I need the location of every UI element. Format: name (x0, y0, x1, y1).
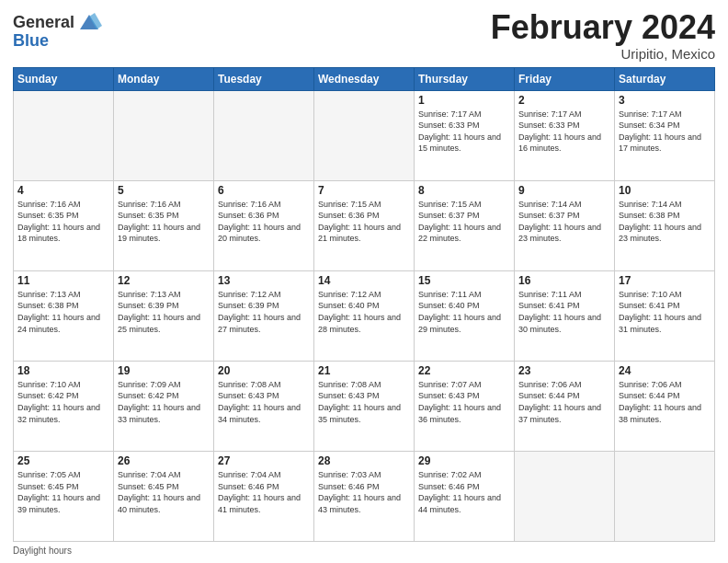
calendar-cell: 16Sunrise: 7:11 AM Sunset: 6:41 PM Dayli… (515, 270, 615, 361)
calendar-header-wednesday: Wednesday (314, 67, 415, 90)
calendar-cell: 8Sunrise: 7:15 AM Sunset: 6:37 PM Daylig… (415, 180, 515, 270)
calendar-cell: 28Sunrise: 7:03 AM Sunset: 6:46 PM Dayli… (314, 451, 415, 541)
calendar-cell: 19Sunrise: 7:09 AM Sunset: 6:42 PM Dayli… (114, 361, 214, 451)
day-number: 14 (318, 274, 410, 287)
day-info: Sunrise: 7:13 AM Sunset: 6:39 PM Dayligh… (118, 289, 210, 335)
day-number: 23 (518, 364, 610, 377)
day-number: 5 (118, 184, 210, 197)
day-number: 13 (218, 274, 310, 287)
calendar-cell: 29Sunrise: 7:02 AM Sunset: 6:46 PM Dayli… (415, 451, 515, 541)
calendar-cell: 23Sunrise: 7:06 AM Sunset: 6:44 PM Dayli… (515, 361, 615, 451)
calendar-cell (14, 90, 114, 180)
calendar-week-4: 25Sunrise: 7:05 AM Sunset: 6:45 PM Dayli… (14, 451, 715, 541)
day-info: Sunrise: 7:10 AM Sunset: 6:42 PM Dayligh… (17, 379, 109, 425)
day-number: 11 (17, 274, 109, 287)
day-number: 18 (17, 364, 109, 377)
subtitle: Uripitio, Mexico (491, 46, 715, 62)
calendar-cell: 24Sunrise: 7:06 AM Sunset: 6:44 PM Dayli… (615, 361, 715, 451)
day-info: Sunrise: 7:02 AM Sunset: 6:46 PM Dayligh… (418, 469, 510, 515)
day-info: Sunrise: 7:11 AM Sunset: 6:40 PM Dayligh… (418, 289, 510, 335)
calendar-cell: 10Sunrise: 7:14 AM Sunset: 6:38 PM Dayli… (615, 180, 715, 270)
footer-row: Daylight hours (13, 546, 715, 556)
calendar-cell: 15Sunrise: 7:11 AM Sunset: 6:40 PM Dayli… (415, 270, 515, 361)
day-info: Sunrise: 7:17 AM Sunset: 6:33 PM Dayligh… (418, 109, 510, 155)
calendar-week-1: 4Sunrise: 7:16 AM Sunset: 6:35 PM Daylig… (14, 180, 715, 270)
title-block: February 2024 Uripitio, Mexico (491, 9, 715, 62)
calendar-cell (114, 90, 214, 180)
logo-general-text: General (13, 13, 74, 32)
day-number: 8 (418, 184, 510, 197)
day-number: 29 (418, 454, 510, 467)
calendar-cell (615, 451, 715, 541)
month-title: February 2024 (491, 9, 715, 46)
day-info: Sunrise: 7:16 AM Sunset: 6:35 PM Dayligh… (17, 199, 109, 245)
calendar-cell: 5Sunrise: 7:16 AM Sunset: 6:35 PM Daylig… (114, 180, 214, 270)
day-info: Sunrise: 7:05 AM Sunset: 6:45 PM Dayligh… (17, 469, 109, 515)
day-info: Sunrise: 7:04 AM Sunset: 6:45 PM Dayligh… (118, 469, 210, 515)
day-number: 4 (17, 184, 109, 197)
day-info: Sunrise: 7:17 AM Sunset: 6:34 PM Dayligh… (619, 109, 711, 155)
day-info: Sunrise: 7:17 AM Sunset: 6:33 PM Dayligh… (518, 109, 610, 155)
calendar-cell: 18Sunrise: 7:10 AM Sunset: 6:42 PM Dayli… (14, 361, 114, 451)
calendar-header-saturday: Saturday (615, 67, 715, 90)
calendar-header-thursday: Thursday (415, 67, 515, 90)
day-info: Sunrise: 7:10 AM Sunset: 6:41 PM Dayligh… (619, 289, 711, 335)
day-info: Sunrise: 7:16 AM Sunset: 6:36 PM Dayligh… (218, 199, 310, 245)
day-number: 10 (619, 184, 711, 197)
day-info: Sunrise: 7:15 AM Sunset: 6:37 PM Dayligh… (418, 199, 510, 245)
day-number: 16 (518, 274, 610, 287)
day-info: Sunrise: 7:03 AM Sunset: 6:46 PM Dayligh… (318, 469, 410, 515)
calendar-week-2: 11Sunrise: 7:13 AM Sunset: 6:38 PM Dayli… (14, 270, 715, 361)
calendar-cell: 9Sunrise: 7:14 AM Sunset: 6:37 PM Daylig… (515, 180, 615, 270)
day-info: Sunrise: 7:15 AM Sunset: 6:36 PM Dayligh… (318, 199, 410, 245)
day-number: 20 (218, 364, 310, 377)
calendar-cell (314, 90, 415, 180)
calendar-cell (515, 451, 615, 541)
day-info: Sunrise: 7:14 AM Sunset: 6:37 PM Dayligh… (518, 199, 610, 245)
calendar-cell: 21Sunrise: 7:08 AM Sunset: 6:43 PM Dayli… (314, 361, 415, 451)
day-info: Sunrise: 7:04 AM Sunset: 6:46 PM Dayligh… (218, 469, 310, 515)
calendar-week-3: 18Sunrise: 7:10 AM Sunset: 6:42 PM Dayli… (14, 361, 715, 451)
calendar-cell (214, 90, 314, 180)
day-number: 3 (619, 94, 711, 107)
day-number: 9 (518, 184, 610, 197)
calendar-cell: 3Sunrise: 7:17 AM Sunset: 6:34 PM Daylig… (615, 90, 715, 180)
calendar-table: SundayMondayTuesdayWednesdayThursdayFrid… (13, 67, 715, 542)
calendar-cell: 14Sunrise: 7:12 AM Sunset: 6:40 PM Dayli… (314, 270, 415, 361)
calendar-cell: 13Sunrise: 7:12 AM Sunset: 6:39 PM Dayli… (214, 270, 314, 361)
calendar-cell: 20Sunrise: 7:08 AM Sunset: 6:43 PM Dayli… (214, 361, 314, 451)
day-info: Sunrise: 7:08 AM Sunset: 6:43 PM Dayligh… (318, 379, 410, 425)
logo-icon (76, 9, 102, 35)
day-info: Sunrise: 7:13 AM Sunset: 6:38 PM Dayligh… (17, 289, 109, 335)
calendar-cell: 17Sunrise: 7:10 AM Sunset: 6:41 PM Dayli… (615, 270, 715, 361)
day-info: Sunrise: 7:14 AM Sunset: 6:38 PM Dayligh… (619, 199, 711, 245)
day-info: Sunrise: 7:06 AM Sunset: 6:44 PM Dayligh… (619, 379, 711, 425)
logo-blue-text: Blue (13, 31, 49, 51)
calendar-cell: 25Sunrise: 7:05 AM Sunset: 6:45 PM Dayli… (14, 451, 114, 541)
logo: General Blue (13, 9, 102, 51)
day-number: 26 (118, 454, 210, 467)
calendar-cell: 26Sunrise: 7:04 AM Sunset: 6:45 PM Dayli… (114, 451, 214, 541)
calendar-cell: 27Sunrise: 7:04 AM Sunset: 6:46 PM Dayli… (214, 451, 314, 541)
day-info: Sunrise: 7:12 AM Sunset: 6:39 PM Dayligh… (218, 289, 310, 335)
day-number: 27 (218, 454, 310, 467)
day-info: Sunrise: 7:16 AM Sunset: 6:35 PM Dayligh… (118, 199, 210, 245)
day-info: Sunrise: 7:08 AM Sunset: 6:43 PM Dayligh… (218, 379, 310, 425)
calendar-header-monday: Monday (114, 67, 214, 90)
day-info: Sunrise: 7:12 AM Sunset: 6:40 PM Dayligh… (318, 289, 410, 335)
day-info: Sunrise: 7:06 AM Sunset: 6:44 PM Dayligh… (518, 379, 610, 425)
day-number: 25 (17, 454, 109, 467)
calendar-header-friday: Friday (515, 67, 615, 90)
calendar-week-0: 1Sunrise: 7:17 AM Sunset: 6:33 PM Daylig… (14, 90, 715, 180)
day-number: 19 (118, 364, 210, 377)
calendar-cell: 7Sunrise: 7:15 AM Sunset: 6:36 PM Daylig… (314, 180, 415, 270)
calendar-cell: 22Sunrise: 7:07 AM Sunset: 6:43 PM Dayli… (415, 361, 515, 451)
day-info: Sunrise: 7:07 AM Sunset: 6:43 PM Dayligh… (418, 379, 510, 425)
day-number: 24 (619, 364, 711, 377)
calendar-header-tuesday: Tuesday (214, 67, 314, 90)
day-number: 7 (318, 184, 410, 197)
day-number: 17 (619, 274, 711, 287)
calendar-header-sunday: Sunday (14, 67, 114, 90)
day-info: Sunrise: 7:09 AM Sunset: 6:42 PM Dayligh… (118, 379, 210, 425)
day-number: 6 (218, 184, 310, 197)
